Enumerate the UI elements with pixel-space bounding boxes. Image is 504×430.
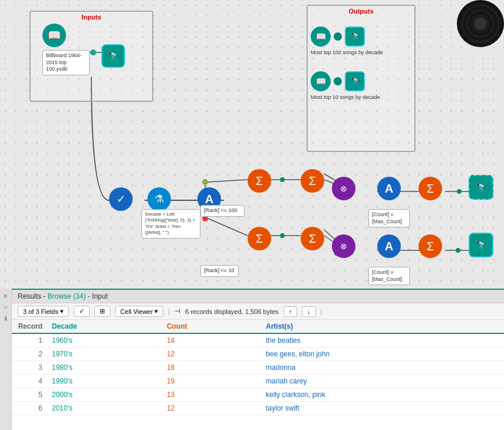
cell-decade: 1960's bbox=[47, 333, 162, 348]
input-label: Input bbox=[92, 292, 108, 300]
join2-formula-label: [Count] = [Max_Count] bbox=[368, 267, 410, 285]
cell-artists: madonna bbox=[261, 361, 504, 375]
browse1-icon[interactable]: 🔭 bbox=[469, 175, 493, 200]
join1-icon[interactable]: ⊗ bbox=[332, 177, 355, 200]
input-file-icon[interactable]: 📖 bbox=[42, 24, 66, 47]
cell-record: 3 bbox=[12, 361, 47, 375]
side-panel: ≡ ○ ℹ bbox=[0, 289, 12, 430]
toolbar-sep2: | bbox=[321, 308, 322, 315]
results-table: Record Decade Count Artist(s) 1 1960's 1… bbox=[12, 320, 504, 415]
table-row[interactable]: 5 2000's 13 kelly clarkson, pink bbox=[12, 388, 504, 402]
summarize4-node[interactable]: Σ bbox=[419, 234, 442, 258]
cell-decade: 1970's bbox=[47, 348, 162, 361]
formula2-icon[interactable]: A bbox=[377, 177, 401, 200]
join1-node[interactable]: ⊗ bbox=[332, 177, 355, 200]
results-header: Results - Browse (34) - Input bbox=[12, 290, 504, 303]
cell-count: 12 bbox=[162, 402, 261, 415]
sort-asc-btn[interactable]: ↑ bbox=[284, 306, 298, 317]
join2-node[interactable]: ⊗ bbox=[332, 234, 355, 258]
cell-count: 14 bbox=[162, 333, 261, 348]
summarize2-top-icon[interactable]: Σ bbox=[301, 169, 324, 193]
cell-count: 12 bbox=[162, 348, 261, 361]
col-artists-header[interactable]: Artist(s) bbox=[261, 320, 504, 333]
table-row[interactable]: 2 1970's 12 bee gees, elton john bbox=[12, 348, 504, 361]
input-file-label: Billboard 1964-2015 top 100.yxdb bbox=[42, 50, 90, 75]
browse2-node[interactable]: 🔭 bbox=[469, 233, 493, 257]
table-row[interactable]: 3 1980's 18 madonna bbox=[12, 361, 504, 375]
side-icon-circle[interactable]: ○ bbox=[2, 303, 10, 311]
formula3-icon[interactable]: A bbox=[377, 234, 401, 258]
cell-count: 13 bbox=[162, 388, 261, 402]
chevron-cell-icon: ▾ bbox=[154, 307, 158, 315]
outputs-label: Outputs bbox=[308, 8, 414, 15]
browse1-node[interactable]: 🔭 bbox=[469, 175, 493, 200]
svg-point-10 bbox=[202, 179, 208, 185]
summarize2-top-node[interactable]: Σ bbox=[301, 169, 324, 193]
summarize1-top-node[interactable]: Σ bbox=[248, 169, 271, 193]
cell-record: 6 bbox=[12, 402, 47, 415]
col-record-header: Record bbox=[12, 320, 47, 333]
table-row[interactable]: 4 1990's 19 mariah carey bbox=[12, 375, 504, 388]
data-table-container: Record Decade Count Artist(s) 1 1960's 1… bbox=[12, 320, 504, 427]
cell-record: 1 bbox=[12, 333, 47, 348]
output2-label: Most top 10 songs by decade bbox=[311, 94, 414, 101]
output1-browse-icon[interactable]: 🔭 bbox=[345, 27, 365, 47]
summarize1-bottom-node[interactable]: Σ bbox=[248, 227, 271, 250]
summarize4-icon[interactable]: Σ bbox=[419, 234, 442, 258]
summarize2-bottom-icon[interactable]: Σ bbox=[301, 227, 324, 250]
side-icon-list[interactable]: ≡ bbox=[2, 292, 10, 300]
data-prep-node[interactable]: ⚗ bbox=[147, 187, 171, 211]
output2-file-icon[interactable]: 📖 bbox=[311, 71, 331, 91]
browse2-icon[interactable]: 🔭 bbox=[469, 233, 493, 257]
cell-viewer-label: Cell Viewer bbox=[120, 308, 153, 315]
cell-record: 5 bbox=[12, 388, 47, 402]
cell-decade: 1990's bbox=[47, 375, 162, 388]
check-node[interactable]: ✓ bbox=[109, 187, 133, 211]
outputs-container: Outputs 📖 🔭 Most top 100 songs by decade… bbox=[307, 5, 416, 152]
svg-point-31 bbox=[280, 233, 285, 238]
svg-line-11 bbox=[208, 180, 248, 182]
cell-artists: bee gees, elton john bbox=[261, 348, 504, 361]
summarize1-top-icon[interactable]: Σ bbox=[248, 169, 271, 193]
inputs-container: Inputs 📖 Billboard 1964-2015 top 100.yxd… bbox=[29, 11, 153, 102]
check-icon[interactable]: ✓ bbox=[109, 187, 133, 211]
formula1-text: Decade = Left (ToString([Year], 0), 3) +… bbox=[141, 209, 200, 239]
input-browse-node[interactable]: 🔭 bbox=[101, 44, 125, 68]
cell-viewer-btn[interactable]: Cell Viewer ▾ bbox=[115, 306, 163, 317]
summarize3-icon[interactable]: Σ bbox=[419, 177, 442, 200]
inputs-label: Inputs bbox=[31, 14, 152, 21]
results-title: Results - Browse (34) - Input bbox=[18, 292, 108, 300]
cell-artists: mariah carey bbox=[261, 375, 504, 388]
col-decade-header[interactable]: Decade bbox=[47, 320, 162, 333]
summarize2-bottom-node[interactable]: Σ bbox=[301, 227, 324, 250]
summarize3-node[interactable]: Σ bbox=[419, 177, 442, 200]
table-row[interactable]: 1 1960's 14 the beatles bbox=[12, 333, 504, 348]
summarize1-bottom-icon[interactable]: Σ bbox=[248, 227, 271, 250]
check-btn[interactable]: ✓ bbox=[74, 306, 90, 317]
formula3-node[interactable]: A bbox=[377, 234, 401, 258]
input-file-node[interactable]: 📖 Billboard 1964-2015 top 100.yxdb bbox=[42, 24, 66, 47]
cell-decade: 2010's bbox=[47, 402, 162, 415]
formula2-node[interactable]: A bbox=[377, 177, 401, 200]
join2-icon[interactable]: ⊗ bbox=[332, 234, 355, 258]
pipe-icon: ⊣ bbox=[174, 307, 180, 315]
cell-count: 19 bbox=[162, 375, 261, 388]
cell-artists: kelly clarkson, pink bbox=[261, 388, 504, 402]
filter2-label: [Rank] <= 10 bbox=[200, 265, 239, 277]
cell-record: 2 bbox=[12, 348, 47, 361]
fields-dropdown-btn[interactable]: 3 of 3 Fields ▾ bbox=[18, 306, 69, 317]
side-icon-info[interactable]: ℹ bbox=[2, 314, 10, 322]
output1-file-icon[interactable]: 📖 bbox=[311, 27, 331, 47]
col-count-header[interactable]: Count bbox=[162, 320, 261, 333]
filter1-label: [Rank] <= 100 bbox=[200, 205, 245, 217]
table-btn[interactable]: ⊞ bbox=[94, 306, 110, 317]
chevron-down-icon: ▾ bbox=[60, 307, 64, 315]
cell-count: 18 bbox=[162, 361, 261, 375]
table-row[interactable]: 6 2010's 12 taylor swift bbox=[12, 402, 504, 415]
sort-desc-btn[interactable]: ↓ bbox=[302, 306, 316, 317]
fields-count-label: 3 of 3 Fields bbox=[23, 308, 58, 315]
output2-browse-icon[interactable]: 🔭 bbox=[345, 71, 365, 91]
workflow-canvas: Inputs 📖 Billboard 1964-2015 top 100.yxd… bbox=[0, 0, 504, 289]
vinyl-decoration bbox=[457, 0, 504, 47]
flask-icon[interactable]: ⚗ bbox=[147, 187, 171, 211]
